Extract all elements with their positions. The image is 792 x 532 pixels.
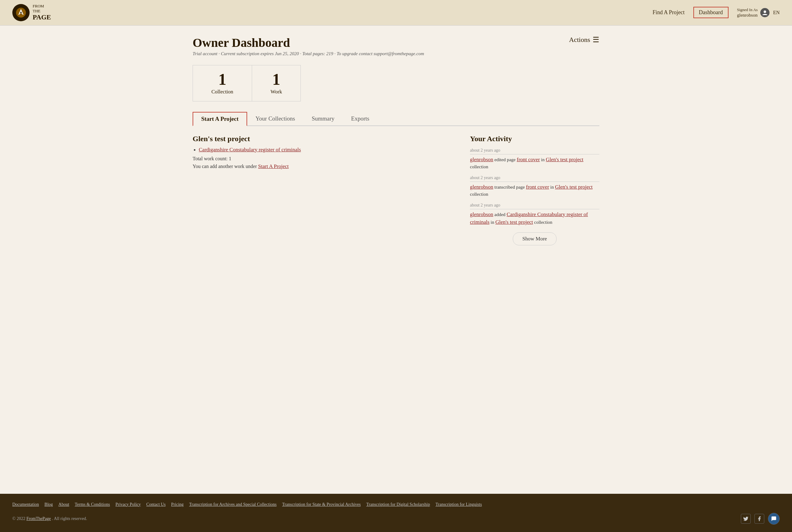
logo-icon	[12, 4, 30, 21]
content-area: Glen's test project Cardiganshire Consta…	[193, 135, 599, 245]
footer-link-transcription-linguists[interactable]: Transcription for Linguists	[436, 501, 482, 508]
svg-point-1	[20, 12, 22, 14]
activity-text-2: glenrobson transcribed page front cover …	[470, 183, 599, 198]
collections-count: 1	[211, 72, 233, 88]
activity-entry-2: about 2 years ago glenrobson transcribed…	[470, 175, 599, 198]
header: FROM THE PAGE Find A Project Dashboard S…	[0, 0, 792, 25]
tabs-row: Start A Project Your Collections Summary…	[193, 111, 599, 126]
footer-link-about[interactable]: About	[59, 501, 69, 508]
activity-text-3: glenrobson added Cardiganshire Constabul…	[470, 210, 599, 226]
activity-user-3[interactable]: glenrobson	[470, 211, 494, 217]
actions-menu-icon: ☰	[593, 35, 599, 44]
facebook-icon[interactable]	[754, 514, 764, 524]
activity-entry-3: about 2 years ago glenrobson added Cardi…	[470, 203, 599, 226]
actions-button[interactable]: Actions ☰	[569, 35, 599, 44]
project-work-list: Cardiganshire Constabulary register of c…	[193, 147, 451, 153]
main-content: Owner Dashboard Actions ☰ Trial account …	[180, 25, 612, 494]
svg-point-2	[764, 11, 766, 13]
user-avatar-icon[interactable]	[760, 8, 770, 17]
signed-in-text: Signed In As glenrobson	[737, 7, 758, 18]
activity-title: Your Activity	[470, 135, 599, 143]
works-label: Work	[271, 89, 282, 95]
activity-page-1[interactable]: front cover	[517, 156, 540, 163]
social-icons	[741, 513, 780, 525]
footer-links: Documentation Blog About Terms & Conditi…	[12, 501, 780, 508]
activity-time-2: about 2 years ago	[470, 175, 599, 182]
show-more-button[interactable]: Show More	[513, 232, 557, 245]
works-count: 1	[271, 72, 282, 88]
footer-link-transcription-state[interactable]: Transcription for State & Provincial Arc…	[282, 501, 361, 508]
activity-user-2[interactable]: glenrobson	[470, 184, 494, 190]
footer: Documentation Blog About Terms & Conditi…	[0, 494, 792, 532]
activity-time-1: about 2 years ago	[470, 148, 599, 154]
activity-project-2[interactable]: Glen's test project	[555, 184, 593, 190]
footer-bottom: © 2022 FromThePage . All rights reserved…	[12, 513, 780, 525]
dashboard-link[interactable]: Dashboard	[693, 7, 729, 18]
activity-text-1: glenrobson edited page front cover in Gl…	[470, 156, 599, 170]
activity-project-1[interactable]: Glen's test project	[546, 156, 583, 163]
footer-link-documentation[interactable]: Documentation	[12, 501, 39, 508]
actions-label: Actions	[569, 36, 590, 44]
footer-link-transcription-digital[interactable]: Transcription for Digital Scholarship	[366, 501, 430, 508]
page-title: Owner Dashboard	[193, 35, 290, 50]
footer-brand-link[interactable]: FromThePage	[26, 516, 51, 521]
footer-link-blog[interactable]: Blog	[44, 501, 53, 508]
stat-collections: 1 Collection	[193, 65, 252, 101]
activity-time-3: about 2 years ago	[470, 203, 599, 209]
twitter-icon[interactable]	[741, 514, 751, 524]
work-link[interactable]: Cardiganshire Constabulary register of c…	[199, 147, 301, 153]
list-item: Cardiganshire Constabulary register of c…	[199, 147, 451, 153]
activity-page-2[interactable]: front cover	[526, 184, 549, 190]
activity-entry-1: about 2 years ago glenrobson edited page…	[470, 148, 599, 170]
stats-row: 1 Collection 1 Work	[193, 65, 301, 101]
activity-user-1[interactable]: glenrobson	[470, 156, 494, 163]
footer-link-pricing[interactable]: Pricing	[171, 501, 183, 508]
footer-link-terms[interactable]: Terms & Conditions	[75, 501, 110, 508]
footer-link-contact[interactable]: Contact Us	[147, 501, 166, 508]
chat-icon[interactable]	[768, 513, 780, 525]
tab-summary[interactable]: Summary	[303, 112, 343, 126]
find-project-link[interactable]: Find A Project	[653, 9, 685, 16]
page-header: Owner Dashboard Actions ☰	[193, 35, 599, 50]
right-column: Your Activity about 2 years ago glenrobs…	[470, 135, 599, 245]
footer-link-privacy[interactable]: Privacy Policy	[116, 501, 141, 508]
project-title: Glen's test project	[193, 135, 451, 143]
total-work-count: Total work count: 1	[193, 156, 451, 162]
add-work-text: You can add another work under Start A P…	[193, 163, 451, 170]
signed-in-area: Signed In As glenrobson EN	[737, 7, 780, 18]
left-column: Glen's test project Cardiganshire Consta…	[193, 135, 451, 245]
header-nav: Find A Project Dashboard Signed In As gl…	[653, 7, 780, 18]
collections-label: Collection	[211, 89, 233, 95]
logo-area: FROM THE PAGE	[12, 4, 51, 22]
logo-text: FROM THE PAGE	[33, 4, 51, 22]
footer-copyright: © 2022 FromThePage . All rights reserved…	[12, 515, 87, 522]
tab-start-project[interactable]: Start A Project	[193, 112, 247, 126]
stat-works: 1 Work	[252, 65, 301, 101]
tab-exports[interactable]: Exports	[343, 112, 378, 126]
activity-project-3[interactable]: Glen's test project	[495, 219, 533, 225]
language-selector[interactable]: EN	[773, 10, 780, 15]
subscription-info: Trial account · Current subscription exp…	[193, 51, 599, 56]
footer-link-transcription-archives[interactable]: Transcription for Archives and Special C…	[189, 501, 277, 508]
tab-your-collections[interactable]: Your Collections	[247, 112, 303, 126]
start-project-inline-link[interactable]: Start A Project	[258, 163, 289, 169]
